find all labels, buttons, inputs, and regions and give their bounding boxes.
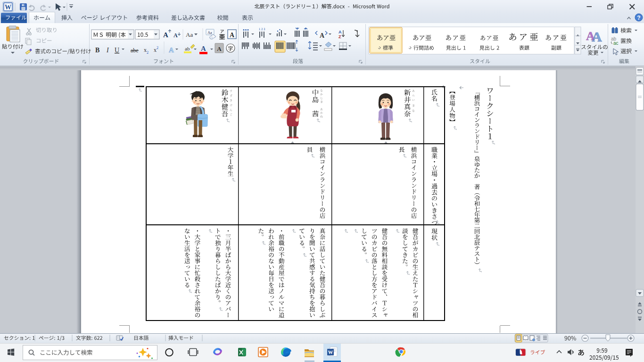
svg-text:A: A	[230, 32, 235, 39]
svg-text:A: A	[201, 45, 206, 52]
svg-text:U: U	[115, 47, 119, 54]
svg-text:W: W	[328, 350, 333, 355]
svg-text:B: B	[95, 47, 99, 54]
svg-text:abe: abe	[131, 47, 139, 54]
svg-text:A: A	[592, 29, 602, 44]
svg-text:A: A	[320, 32, 325, 39]
svg-text:2: 2	[147, 50, 149, 55]
svg-text:ab: ab	[185, 46, 190, 51]
svg-text:ac: ac	[613, 41, 619, 46]
svg-text:A: A	[339, 30, 342, 34]
svg-text:?: ?	[637, 15, 640, 21]
svg-text:W: W	[5, 4, 11, 11]
svg-text:2: 2	[157, 46, 158, 50]
svg-text:I: I	[106, 47, 109, 54]
svg-text:Aa: Aa	[186, 31, 193, 38]
svg-text:A: A	[173, 32, 178, 39]
svg-text:Z: Z	[339, 34, 341, 39]
svg-text:A: A	[163, 31, 168, 39]
svg-text:A: A	[217, 45, 222, 52]
svg-text:Aa: Aa	[207, 31, 212, 35]
svg-text:A: A	[169, 46, 174, 54]
